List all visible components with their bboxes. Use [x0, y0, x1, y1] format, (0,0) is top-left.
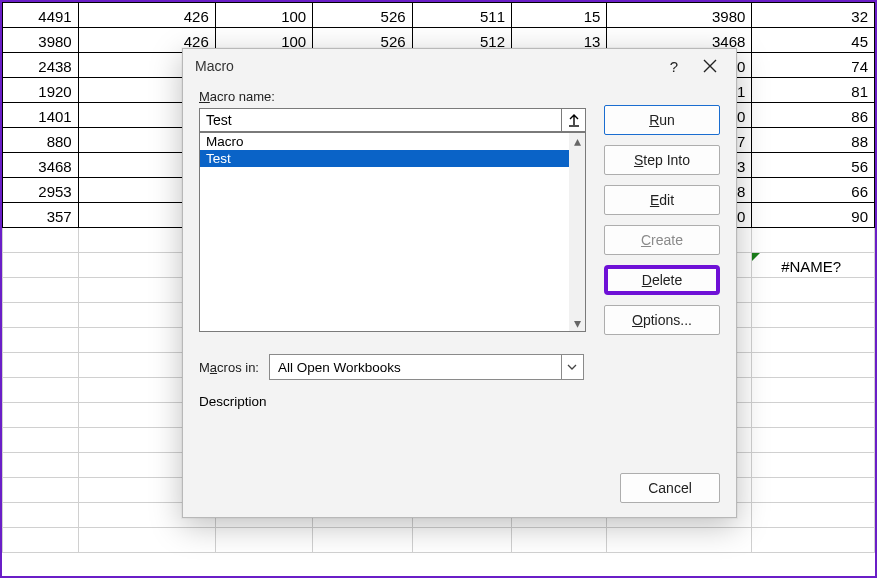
help-button[interactable]: ?	[656, 52, 692, 80]
scroll-up-icon[interactable]: ▴	[569, 133, 585, 149]
error-cell[interactable]: #NAME?	[752, 253, 875, 278]
macro-listbox[interactable]: Macro Test ▴ ▾	[199, 132, 586, 332]
macros-in-select[interactable]: All Open Workbooks	[269, 354, 584, 380]
cancel-button[interactable]: Cancel	[620, 473, 720, 503]
table-row: 449142610052651115398032	[3, 3, 875, 28]
description-label: Description	[199, 394, 586, 409]
dialog-title: Macro	[195, 58, 656, 74]
macro-name-input[interactable]	[199, 108, 562, 132]
chevron-down-icon[interactable]	[561, 355, 583, 379]
scrollbar[interactable]: ▴ ▾	[569, 133, 585, 331]
table-row	[3, 528, 875, 553]
list-item-macro[interactable]: Macro	[200, 133, 569, 150]
step-into-button[interactable]: Step Into	[604, 145, 720, 175]
scroll-down-icon[interactable]: ▾	[569, 315, 585, 331]
options-button[interactable]: Options...	[604, 305, 720, 335]
reference-button[interactable]	[562, 108, 586, 132]
macros-in-value: All Open Workbooks	[270, 360, 561, 375]
create-button: Create	[604, 225, 720, 255]
arrow-up-icon	[568, 113, 580, 127]
macro-dialog: Macro ? Macro name:	[182, 48, 737, 518]
delete-button[interactable]: Delete	[604, 265, 720, 295]
close-icon	[703, 59, 717, 73]
run-button[interactable]: Run	[604, 105, 720, 135]
macros-in-label: Macros in:	[199, 360, 259, 375]
close-button[interactable]	[692, 52, 728, 80]
dialog-titlebar[interactable]: Macro ?	[183, 49, 736, 83]
edit-button[interactable]: Edit	[604, 185, 720, 215]
macro-name-label: Macro name:	[199, 89, 586, 104]
list-item-test[interactable]: Test	[200, 150, 569, 167]
